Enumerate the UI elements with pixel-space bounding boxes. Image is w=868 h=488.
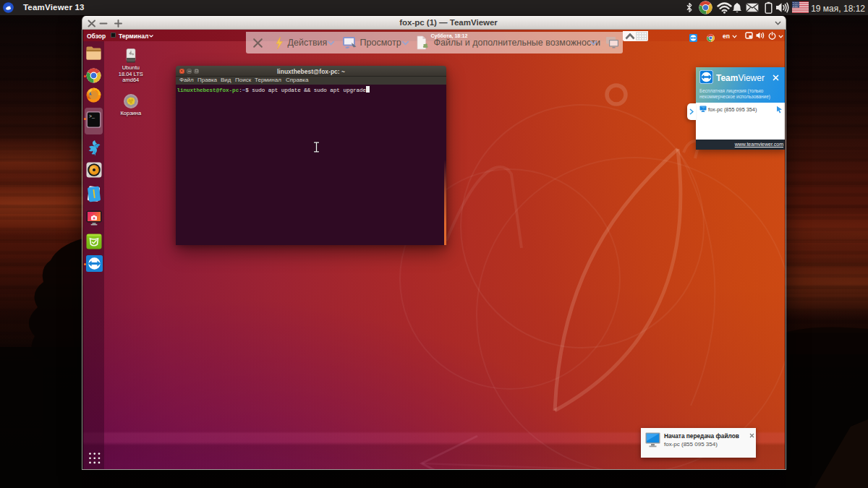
svg-text:>_: >_ xyxy=(89,114,95,119)
